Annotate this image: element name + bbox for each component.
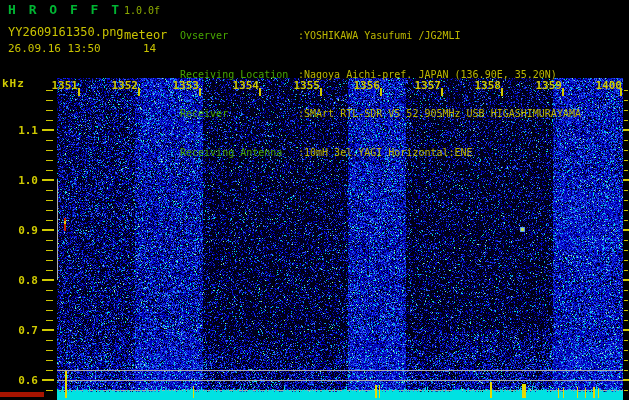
info-row-receiver: Receiver:SMArt RTL-SDR V5 52.905MHz USB … [180,107,581,120]
freq-label: 0.8 [8,274,38,287]
freq-label: 0.9 [8,224,38,237]
time-label: 1355 [292,79,320,92]
freq-label: 0.6 [8,374,38,387]
output-filename: YY2609161350.png [8,25,124,39]
freq-label: 0.7 [8,324,38,337]
info-row-antenna: Receiving Antenna:10mH 3el.YAGI Horizont… [180,146,581,159]
info-label: Receiver [180,107,298,120]
freq-label: 1.0 [8,174,38,187]
observation-datetime: 26.09.16 13:50 [8,42,101,55]
time-label: 1351 [50,79,78,92]
info-row-observer: Ovserver:YOSHIKAWA Yasufumi /JG2MLI [180,29,581,42]
app-title: H R O F F T [8,2,122,17]
time-label: 1354 [231,79,259,92]
time-label: 1358 [473,79,501,92]
time-label: 1357 [413,79,441,92]
freq-label: 1.1 [8,124,38,137]
time-label: 1359 [534,79,562,92]
app-version: 1.0.0f [124,5,160,16]
time-label: 1352 [110,79,138,92]
info-label: Ovserver [180,29,298,42]
info-value: :SMArt RTL-SDR V5 52.905MHz USB HIGASHIM… [298,108,581,119]
freq-axis-unit: kHz [2,77,25,90]
info-value: :YOSHIKAWA Yasufumi /JG2MLI [298,30,461,41]
hrofft-output: H R O F F T 1.0.0f YY2609161350.png mete… [0,0,629,400]
time-label: 1400 [594,79,622,92]
echo-count: 14 [143,42,156,55]
station-info: Ovserver:YOSHIKAWA Yasufumi /JG2MLI Rece… [180,3,581,185]
info-label: Receiving Antenna [180,146,298,159]
mode-label: meteor [124,28,167,42]
time-label: 1356 [352,79,380,92]
time-label: 1353 [171,79,199,92]
info-value: :10mH 3el.YAGI Horizontal:ENE [298,147,473,158]
